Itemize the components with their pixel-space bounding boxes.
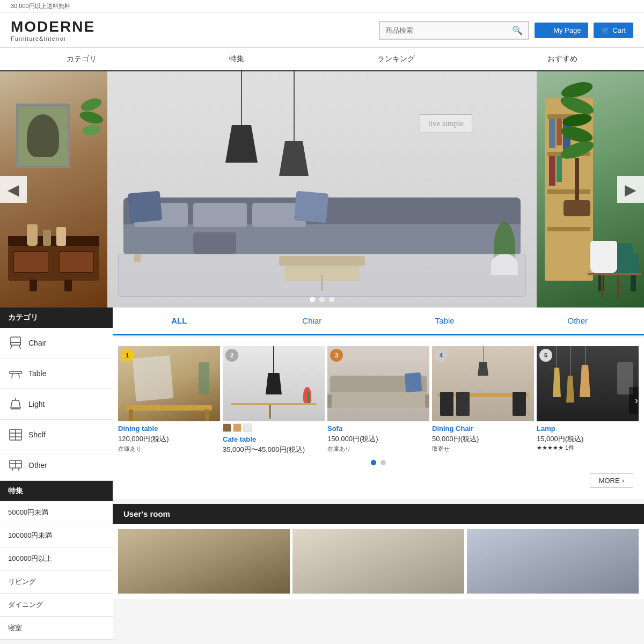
hero-panel-center: live simple	[107, 71, 537, 308]
product-stock-4: 取寄せ	[432, 445, 534, 453]
svg-line-8	[19, 374, 19, 378]
logo: MODERNE Furniture&Interior	[11, 18, 95, 42]
svg-line-3	[19, 345, 20, 349]
cart-icon: 🛒	[601, 26, 610, 34]
page-dot-1[interactable]	[371, 460, 376, 465]
hero-next-button[interactable]: ▶	[617, 176, 644, 203]
mypage-button[interactable]: 👤 My Page	[535, 23, 588, 38]
product-stars-5: ★★★★★ 1件	[537, 444, 639, 452]
product-card-3[interactable]: 3 Sofa 150,000円(税込) 在庫あり	[327, 346, 429, 455]
logo-main: MODERNE	[11, 18, 95, 35]
logo-sub: Furniture&Interior	[11, 35, 95, 42]
tab-table[interactable]: Table	[378, 308, 511, 335]
page-dot-2[interactable]	[380, 460, 386, 465]
sidebar-item-light[interactable]: Light	[0, 389, 113, 420]
product-name-5: Lamp	[537, 425, 639, 433]
svg-rect-1	[11, 342, 20, 345]
user-room-card-3[interactable]	[467, 529, 639, 594]
tab-other[interactable]: Other	[511, 308, 645, 335]
svg-line-2	[11, 345, 12, 349]
product-badge-1: 1	[121, 349, 134, 362]
product-badge-4: 4	[435, 349, 448, 362]
users-room-grid	[113, 524, 644, 599]
color-swatch-white[interactable]	[243, 423, 252, 432]
sidebar-featured-100k-over[interactable]: 100000円以上	[0, 547, 113, 570]
product-badge-5: 5	[539, 349, 552, 362]
search-button[interactable]: 🔍	[512, 25, 523, 35]
color-swatch-light-brown[interactable]	[233, 423, 241, 432]
product-grid-next-button[interactable]: ›	[629, 387, 639, 414]
tab-all[interactable]: ALL	[113, 308, 246, 335]
nav-item-recommended[interactable]: おすすめ	[526, 48, 599, 70]
sidebar-featured-heading: 特集	[0, 481, 113, 501]
category-tabs: ALL Chiar Table Other	[113, 308, 644, 335]
nav-item-featured[interactable]: 特集	[208, 48, 266, 70]
product-price-4: 50,000円(税込)	[432, 434, 534, 444]
hero-dot-2[interactable]	[319, 297, 325, 302]
sidebar: カテゴリ Chair	[0, 308, 113, 644]
chair-icon	[8, 335, 23, 350]
sidebar-featured-living[interactable]: リビング	[0, 570, 113, 594]
main-content: カテゴリ Chair	[0, 308, 644, 644]
sidebar-light-label: Light	[28, 400, 45, 408]
sidebar-shelf-label: Shelf	[28, 430, 46, 439]
product-badge-3: 3	[330, 349, 343, 362]
other-icon	[8, 458, 23, 473]
product-price-5: 15,000円(税込)	[537, 434, 639, 444]
header: MODERNE Furniture&Interior 🔍 👤 My Page 🛒…	[0, 13, 644, 48]
user-icon: 👤	[542, 26, 551, 34]
cart-button[interactable]: 🛒 Cart	[594, 23, 633, 38]
main-nav: カテゴリ 特集 ランキング おすすめ	[0, 48, 644, 71]
more-btn-row: MORE ›	[118, 471, 639, 491]
nav-item-ranking[interactable]: ランキング	[356, 48, 436, 70]
hero-dots	[310, 297, 334, 302]
svg-rect-6	[10, 371, 21, 374]
product-card-2[interactable]: 2	[223, 346, 325, 455]
sidebar-item-other[interactable]: Other	[0, 450, 113, 481]
product-name-1: Dining table	[118, 425, 220, 433]
user-room-card-1[interactable]	[118, 529, 290, 594]
header-right: 🔍 👤 My Page 🛒 Cart	[379, 21, 633, 40]
sidebar-table-label: Table	[28, 369, 46, 378]
nav-item-category[interactable]: カテゴリ	[45, 48, 118, 70]
svg-rect-0	[11, 337, 20, 342]
product-card-4[interactable]: 4 Dining Chair	[432, 346, 534, 455]
color-swatch-brown[interactable]	[223, 423, 231, 432]
sidebar-other-label: Other	[28, 461, 47, 470]
top-bar: 30,000円以上送料無料	[0, 0, 644, 13]
shelf-icon	[8, 427, 23, 442]
product-price-1: 120,000円(税込)	[118, 434, 220, 444]
product-card-1[interactable]: 1 Dining table 120,000円(税込) 在庫あり	[118, 346, 220, 455]
product-price-2: 35,000円〜45,000円(税込)	[223, 445, 325, 455]
more-button[interactable]: MORE ›	[590, 473, 633, 488]
sidebar-featured-100k-under[interactable]: 100000円未満	[0, 524, 113, 547]
light-icon	[8, 397, 23, 412]
sidebar-featured-50k[interactable]: 50000円未満	[0, 501, 113, 524]
hero-dot-3[interactable]	[329, 297, 334, 302]
table-icon	[8, 366, 23, 381]
tab-chair[interactable]: Chiar	[246, 308, 379, 335]
product-section: 1 Dining table 120,000円(税込) 在庫あり	[113, 338, 644, 499]
search-input[interactable]	[385, 26, 512, 34]
product-name-4: Dining Chair	[432, 425, 534, 433]
search-box[interactable]: 🔍	[379, 21, 529, 40]
product-price-3: 150,000円(税込)	[327, 434, 429, 444]
sidebar-category-section: カテゴリ Chair	[0, 308, 113, 481]
sidebar-featured-bedroom[interactable]: 寝室	[0, 617, 113, 640]
product-badge-2: 2	[225, 349, 238, 362]
user-room-card-2[interactable]	[292, 529, 464, 594]
hero-dot-1[interactable]	[310, 297, 315, 302]
product-card-5[interactable]: 5	[537, 346, 639, 455]
sidebar-featured-dining[interactable]: ダイニング	[0, 594, 113, 617]
chevron-right-icon: ›	[622, 477, 624, 485]
sidebar-chair-label: Chair	[28, 339, 46, 347]
sidebar-item-shelf[interactable]: Shelf	[0, 420, 113, 450]
svg-marker-10	[11, 400, 20, 408]
hero-prev-button[interactable]: ◀	[0, 176, 27, 203]
product-colors-2	[223, 423, 325, 432]
sidebar-item-chair[interactable]: Chair	[0, 328, 113, 358]
product-stock-3: 在庫あり	[327, 445, 429, 453]
svg-line-7	[12, 374, 12, 378]
product-name-3: Sofa	[327, 425, 429, 433]
sidebar-item-table[interactable]: Table	[0, 358, 113, 389]
